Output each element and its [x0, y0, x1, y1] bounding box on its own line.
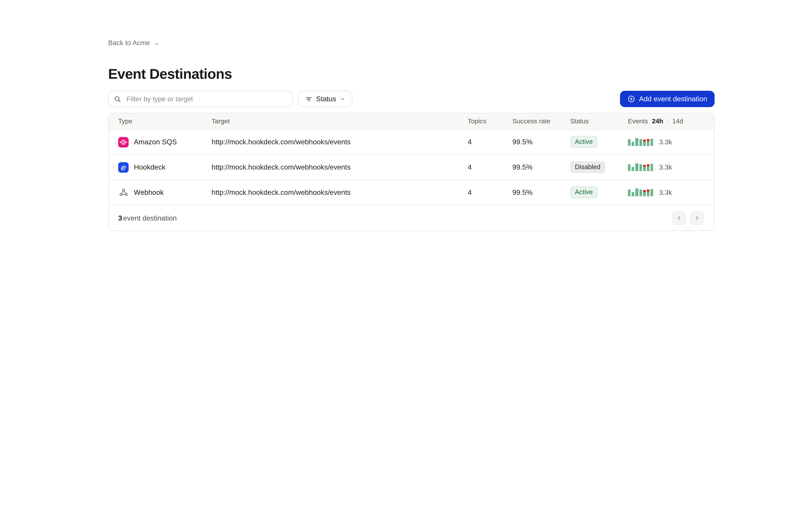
table-body: Amazon SQS http://mock.hookdeck.com/webh…	[109, 130, 714, 205]
column-header-success-rate: Success rate	[512, 118, 570, 125]
status-badge: Active	[570, 186, 598, 198]
sparkline-bar	[643, 190, 646, 196]
column-header-topics: Topics	[468, 118, 512, 125]
column-header-type: Type	[118, 118, 211, 125]
webhook-icon	[118, 187, 129, 198]
status-badge: Disabled	[570, 161, 605, 173]
destination-target: http://mock.hookdeck.com/webhooks/events	[211, 188, 468, 196]
plus-circle-icon	[627, 95, 635, 103]
destination-topics: 4	[468, 138, 512, 146]
page-title: Event Destinations	[108, 66, 232, 82]
destination-target: http://mock.hookdeck.com/webhooks/events	[211, 163, 468, 171]
filter-icon	[305, 95, 313, 102]
destination-target: http://mock.hookdeck.com/webhooks/events	[211, 138, 468, 146]
event-destinations-table: Type Target Topics Success rate Status E…	[108, 113, 715, 231]
sparkline-bar	[636, 138, 638, 146]
sparkline-bar	[636, 188, 638, 196]
hookdeck-icon	[118, 162, 129, 172]
table-row[interactable]: Hookdeck http://mock.hookdeck.com/webhoo…	[109, 154, 714, 179]
table-header-row: Type Target Topics Success rate Status E…	[109, 113, 714, 130]
sparkline-bar	[632, 192, 635, 196]
sparkline-bar	[643, 165, 646, 171]
row-count-value: 3	[118, 214, 122, 222]
destination-type: Amazon SQS	[134, 138, 177, 146]
destination-topics: 4	[468, 163, 512, 171]
arrow-right-icon: →	[152, 39, 159, 47]
filter-input-wrapper	[108, 91, 293, 107]
events-range-separator: ·	[667, 118, 669, 125]
column-header-events: Events 24h · 14d	[628, 118, 705, 125]
next-page-button[interactable]	[691, 211, 704, 225]
sparkline-bar	[639, 189, 642, 196]
row-count-text: 3event destination	[118, 214, 177, 222]
destination-success-rate: 99.5%	[512, 188, 570, 196]
chevron-right-icon	[694, 215, 700, 221]
sparkline-bar	[636, 163, 638, 171]
add-event-destination-label: Add event destination	[639, 95, 707, 103]
events-range-14d-toggle[interactable]: 14d	[672, 118, 683, 125]
toolbar: Status Add event destination	[108, 91, 715, 107]
sparkline-bar	[650, 138, 653, 146]
sparkline-bar	[628, 189, 630, 196]
status-badge: Active	[570, 136, 598, 148]
chevron-down-icon	[340, 96, 345, 102]
destination-type: Webhook	[134, 188, 164, 196]
events-sparkline	[628, 163, 653, 171]
events-count: 3.3k	[659, 163, 672, 171]
back-link[interactable]: Back to Acme →	[108, 39, 159, 47]
back-link-label: Back to Acme	[108, 39, 150, 47]
status-filter-button[interactable]: Status	[298, 91, 352, 107]
add-event-destination-button[interactable]: Add event destination	[620, 91, 715, 107]
column-header-target: Target	[211, 118, 468, 125]
sparkline-bar	[650, 164, 653, 171]
filter-input[interactable]	[126, 94, 292, 103]
events-sparkline	[628, 188, 653, 196]
sparkline-bar	[647, 190, 649, 196]
chevron-left-icon	[676, 215, 682, 221]
column-header-status: Status	[570, 118, 628, 125]
sparkline-bar	[632, 167, 635, 171]
table-row[interactable]: Webhook http://mock.hookdeck.com/webhook…	[109, 179, 714, 205]
previous-page-button[interactable]	[673, 211, 686, 225]
sparkline-bar	[647, 164, 649, 171]
events-count: 3.3k	[659, 138, 672, 146]
sparkline-bar	[643, 139, 646, 146]
destination-success-rate: 99.5%	[512, 163, 570, 171]
sparkline-bar	[632, 141, 635, 146]
sparkline-bar	[639, 139, 642, 146]
row-count-label: event destination	[123, 214, 176, 222]
sparkline-bar	[639, 164, 642, 171]
status-filter-label: Status	[316, 95, 336, 103]
events-header-label: Events	[628, 118, 648, 125]
sparkline-bar	[628, 139, 630, 146]
search-icon	[114, 95, 121, 102]
table-row[interactable]: Amazon SQS http://mock.hookdeck.com/webh…	[109, 130, 714, 154]
destination-success-rate: 99.5%	[512, 138, 570, 146]
amazon-sqs-icon	[118, 137, 129, 147]
destination-type: Hookdeck	[134, 163, 166, 171]
events-range-24h-toggle[interactable]: 24h	[652, 118, 663, 125]
events-sparkline	[628, 138, 653, 146]
table-footer: 3event destination	[109, 205, 714, 230]
pagination	[673, 211, 703, 225]
events-count: 3.3k	[659, 188, 672, 196]
destination-topics: 4	[468, 188, 512, 196]
event-destinations-page: Back to Acme → Event Destinations Status…	[0, 0, 794, 532]
sparkline-bar	[647, 139, 649, 146]
sparkline-bar	[650, 189, 653, 196]
sparkline-bar	[628, 164, 630, 171]
